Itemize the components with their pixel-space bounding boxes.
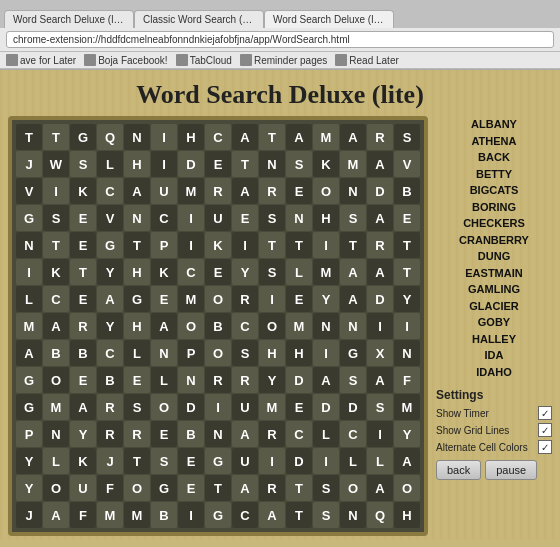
cell[interactable]: H: [259, 340, 285, 366]
cell[interactable]: A: [232, 178, 258, 204]
cell[interactable]: A: [367, 205, 393, 231]
cell[interactable]: J: [16, 151, 42, 177]
cell[interactable]: L: [43, 448, 69, 474]
address-bar[interactable]: chrome-extension://hddfdcmelneabfonndnki…: [6, 31, 554, 48]
cell[interactable]: C: [97, 178, 123, 204]
cell[interactable]: M: [43, 394, 69, 420]
cell[interactable]: I: [16, 259, 42, 285]
cell[interactable]: N: [16, 232, 42, 258]
cell[interactable]: E: [70, 205, 96, 231]
cell[interactable]: A: [367, 475, 393, 501]
cell[interactable]: K: [151, 259, 177, 285]
cell[interactable]: L: [340, 448, 366, 474]
cell[interactable]: M: [259, 394, 285, 420]
alternate-cell-checkbox[interactable]: [538, 440, 552, 454]
cell[interactable]: M: [394, 394, 420, 420]
cell[interactable]: U: [151, 178, 177, 204]
bookmark-tabcloud[interactable]: TabCloud: [176, 54, 232, 66]
cell[interactable]: K: [70, 448, 96, 474]
cell[interactable]: V: [16, 178, 42, 204]
cell[interactable]: C: [232, 313, 258, 339]
cell[interactable]: D: [340, 394, 366, 420]
cell[interactable]: A: [259, 502, 285, 528]
cell[interactable]: A: [151, 313, 177, 339]
cell[interactable]: M: [16, 313, 42, 339]
cell[interactable]: S: [340, 367, 366, 393]
tab-1[interactable]: Classic Word Search (Wor...: [134, 10, 264, 28]
cell[interactable]: N: [340, 178, 366, 204]
cell[interactable]: H: [124, 151, 150, 177]
cell[interactable]: R: [232, 367, 258, 393]
cell[interactable]: B: [70, 340, 96, 366]
cell[interactable]: D: [367, 178, 393, 204]
cell[interactable]: N: [43, 421, 69, 447]
cell[interactable]: C: [178, 259, 204, 285]
cell[interactable]: S: [259, 205, 285, 231]
cell[interactable]: R: [259, 475, 285, 501]
cell[interactable]: L: [367, 448, 393, 474]
cell[interactable]: N: [151, 340, 177, 366]
cell[interactable]: S: [340, 205, 366, 231]
cell[interactable]: S: [286, 151, 312, 177]
cell[interactable]: A: [43, 502, 69, 528]
cell[interactable]: O: [205, 286, 231, 312]
cell[interactable]: T: [340, 232, 366, 258]
cell[interactable]: V: [97, 205, 123, 231]
cell[interactable]: K: [43, 259, 69, 285]
cell[interactable]: G: [205, 448, 231, 474]
cell[interactable]: I: [178, 502, 204, 528]
cell[interactable]: B: [151, 502, 177, 528]
cell[interactable]: F: [97, 475, 123, 501]
cell[interactable]: F: [70, 502, 96, 528]
cell[interactable]: E: [70, 232, 96, 258]
cell[interactable]: S: [367, 394, 393, 420]
cell[interactable]: O: [340, 475, 366, 501]
cell[interactable]: E: [70, 286, 96, 312]
cell[interactable]: L: [124, 340, 150, 366]
cell[interactable]: A: [340, 259, 366, 285]
cell[interactable]: F: [394, 367, 420, 393]
cell[interactable]: G: [205, 502, 231, 528]
cell[interactable]: I: [367, 421, 393, 447]
cell[interactable]: Y: [16, 475, 42, 501]
cell[interactable]: N: [178, 367, 204, 393]
cell[interactable]: P: [178, 340, 204, 366]
cell[interactable]: C: [151, 205, 177, 231]
cell[interactable]: U: [232, 394, 258, 420]
cell[interactable]: O: [151, 394, 177, 420]
cell[interactable]: L: [151, 367, 177, 393]
cell[interactable]: G: [97, 232, 123, 258]
cell[interactable]: A: [97, 286, 123, 312]
cell[interactable]: E: [124, 367, 150, 393]
cell[interactable]: R: [124, 421, 150, 447]
cell[interactable]: N: [340, 313, 366, 339]
cell[interactable]: S: [394, 124, 420, 150]
cell[interactable]: A: [367, 151, 393, 177]
show-grid-lines-checkbox[interactable]: [538, 423, 552, 437]
cell[interactable]: T: [43, 124, 69, 150]
cell[interactable]: B: [97, 367, 123, 393]
cell[interactable]: O: [205, 340, 231, 366]
cell[interactable]: T: [232, 151, 258, 177]
cell[interactable]: D: [367, 286, 393, 312]
cell[interactable]: T: [16, 124, 42, 150]
cell[interactable]: V: [394, 151, 420, 177]
cell[interactable]: C: [97, 340, 123, 366]
cell[interactable]: B: [394, 178, 420, 204]
cell[interactable]: L: [286, 259, 312, 285]
cell[interactable]: C: [205, 124, 231, 150]
cell[interactable]: I: [151, 124, 177, 150]
cell[interactable]: N: [124, 205, 150, 231]
cell[interactable]: A: [16, 340, 42, 366]
cell[interactable]: A: [286, 124, 312, 150]
cell[interactable]: T: [70, 259, 96, 285]
pause-button[interactable]: pause: [485, 460, 537, 480]
cell[interactable]: Y: [16, 448, 42, 474]
cell[interactable]: P: [151, 232, 177, 258]
cell[interactable]: I: [367, 313, 393, 339]
cell[interactable]: N: [124, 124, 150, 150]
cell[interactable]: M: [313, 124, 339, 150]
cell[interactable]: H: [394, 502, 420, 528]
cell[interactable]: G: [16, 394, 42, 420]
cell[interactable]: J: [97, 448, 123, 474]
